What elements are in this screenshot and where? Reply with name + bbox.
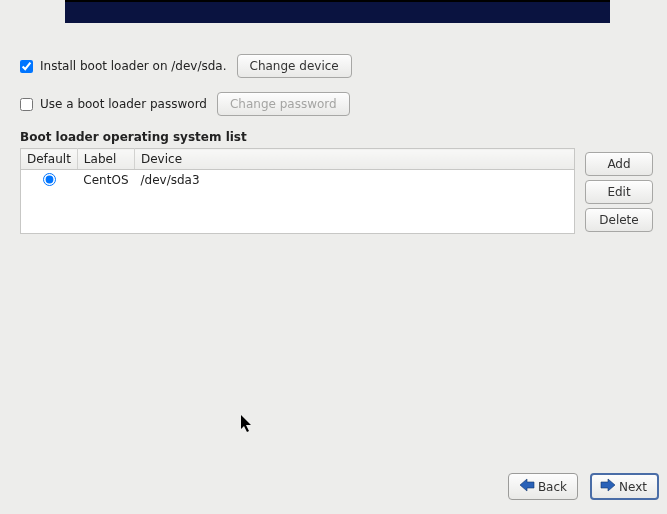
row-default-cell — [21, 170, 78, 234]
edit-button[interactable]: Edit — [585, 180, 653, 204]
next-label: Next — [619, 480, 647, 494]
use-password-label: Use a boot loader password — [40, 97, 207, 111]
header-label[interactable]: Label — [77, 149, 134, 170]
install-bootloader-row: Install boot loader on /dev/sda. Change … — [20, 54, 655, 78]
os-list-table: Default Label Device CentOS /dev/sda3 — [20, 148, 575, 234]
header-default[interactable]: Default — [21, 149, 78, 170]
row-device-cell: /dev/sda3 — [135, 170, 575, 234]
os-list-wrap: Default Label Device CentOS /dev/sda3 Ad… — [20, 148, 655, 234]
main-content: Install boot loader on /dev/sda. Change … — [20, 54, 655, 234]
change-password-button[interactable]: Change password — [217, 92, 350, 116]
cursor-icon — [241, 415, 253, 436]
header-device[interactable]: Device — [135, 149, 575, 170]
use-password-checkbox[interactable] — [20, 98, 33, 111]
arrow-left-icon — [519, 478, 535, 495]
add-button[interactable]: Add — [585, 152, 653, 176]
delete-button[interactable]: Delete — [585, 208, 653, 232]
side-buttons: Add Edit Delete — [585, 152, 653, 232]
install-bootloader-checkbox[interactable] — [20, 60, 33, 73]
row-label-cell: CentOS — [77, 170, 134, 234]
use-password-row: Use a boot loader password Change passwo… — [20, 92, 655, 116]
svg-marker-1 — [601, 479, 615, 491]
arrow-right-icon — [600, 478, 616, 495]
os-list-title: Boot loader operating system list — [20, 130, 655, 144]
header-banner — [65, 0, 610, 23]
svg-marker-0 — [520, 479, 534, 491]
footer-nav: Back Next — [508, 473, 659, 500]
svg-marker-2 — [241, 415, 251, 432]
back-button[interactable]: Back — [508, 473, 578, 500]
table-row[interactable]: CentOS /dev/sda3 — [21, 170, 575, 234]
install-bootloader-label: Install boot loader on /dev/sda. — [40, 59, 227, 73]
back-label: Back — [538, 480, 567, 494]
next-button[interactable]: Next — [590, 473, 659, 500]
default-os-radio[interactable] — [43, 173, 56, 186]
change-device-button[interactable]: Change device — [237, 54, 352, 78]
table-header-row: Default Label Device — [21, 149, 575, 170]
